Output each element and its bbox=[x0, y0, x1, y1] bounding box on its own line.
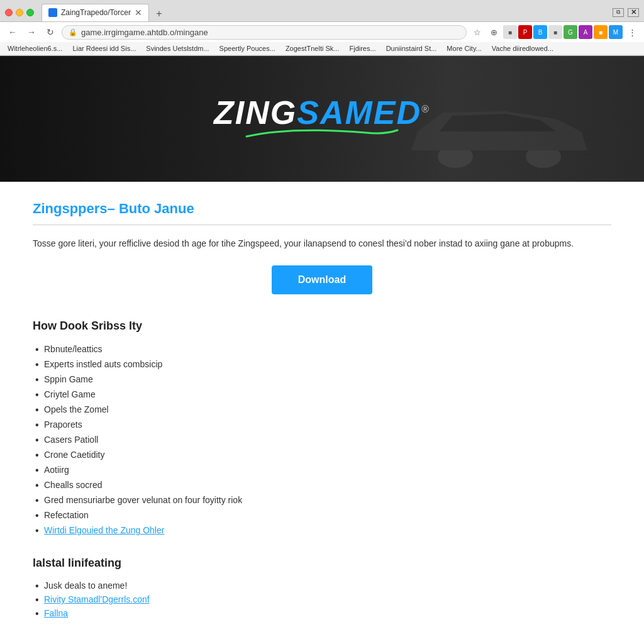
tab-favicon bbox=[48, 8, 57, 17]
logo-registered: ® bbox=[421, 103, 430, 114]
install-link-1[interactable]: Rivity Stamadl'Dgerrls.conf bbox=[44, 594, 150, 604]
logo-swoosh bbox=[240, 125, 404, 142]
address-bar[interactable]: 🔒 game.irrgimgame.ahtdb.o/mingane bbox=[62, 25, 467, 40]
hero-banner: ZingSamed® bbox=[0, 56, 644, 182]
bookmark-7[interactable]: More City... bbox=[444, 44, 484, 53]
list-item: Refectation bbox=[33, 508, 611, 523]
list-item: Aotiirg bbox=[33, 462, 611, 477]
title-bar: ZaingTrapedo/Torcer ✕ + ⧉ ✕ bbox=[0, 0, 644, 21]
list-item: Opels the Zomel bbox=[33, 402, 611, 417]
logo-text: ZingSamed® bbox=[214, 96, 430, 129]
page-divider bbox=[33, 225, 611, 225]
traffic-lights bbox=[5, 9, 34, 16]
features-heading: How Dook Sribss lty bbox=[33, 319, 611, 333]
list-item: Praporets bbox=[33, 417, 611, 432]
bookmark-6[interactable]: Duniinstaird St... bbox=[384, 44, 440, 53]
back-button[interactable]: ← bbox=[5, 25, 20, 40]
page-description: Tosse gore literi, your refficlive desio… bbox=[33, 236, 611, 250]
active-tab[interactable]: ZaingTrapedo/Torcer ✕ bbox=[42, 4, 149, 21]
forward-button[interactable]: → bbox=[24, 25, 39, 40]
install-item-2: Fallna bbox=[33, 606, 611, 620]
extension-icons: ■ P B ■ G A ■ M bbox=[503, 25, 623, 39]
install-list: Jusk deals to aneme! Rivity Stamadl'Dger… bbox=[33, 579, 611, 620]
list-item: Experts instled auts combsicip bbox=[33, 357, 611, 372]
content-area: Zingsppers– Buto Janue Tosse gore literi… bbox=[20, 182, 624, 644]
bookmark-3[interactable]: Speertly Pouces... bbox=[217, 44, 278, 53]
install-heading: lalstal linifeating bbox=[33, 557, 611, 570]
page-title: Zingsppers– Buto Janue bbox=[33, 201, 611, 217]
tab-bar: ZaingTrapedo/Torcer ✕ + bbox=[42, 4, 167, 21]
refresh-button[interactable]: ↻ bbox=[43, 25, 58, 40]
address-bar-row: ← → ↻ 🔒 game.irrgimgame.ahtdb.o/mingane … bbox=[0, 21, 644, 42]
tab-close-icon[interactable]: ✕ bbox=[135, 8, 142, 17]
feature-list: Rbnute/leattics Experts instled auts com… bbox=[33, 341, 611, 538]
ext-icon-4[interactable]: ■ bbox=[548, 25, 562, 39]
bookmark-0[interactable]: Witrleheolien6.s... bbox=[5, 44, 65, 53]
list-item: Sppin Game bbox=[33, 372, 611, 387]
security-lock-icon: 🔒 bbox=[69, 28, 77, 36]
page-wrapper: ZingSamed® Zingsppers– Buto Janue Tosse … bbox=[0, 56, 644, 644]
bookmark-icon[interactable]: ⊕ bbox=[487, 25, 501, 39]
bookmark-1[interactable]: Liar Rdeesi idd Sis... bbox=[70, 44, 138, 53]
feature-link[interactable]: Wirtdi Elgouied the Zung Ohler bbox=[44, 525, 164, 535]
browser-chrome: ZaingTrapedo/Torcer ✕ + ⧉ ✕ ← → ↻ 🔒 game… bbox=[0, 0, 644, 56]
maximize-button[interactable] bbox=[26, 9, 34, 16]
window-close-button[interactable]: ✕ bbox=[628, 8, 639, 17]
install-item-0: Jusk deals to aneme! bbox=[33, 579, 611, 592]
bookmark-2[interactable]: Svindes Uetslstdm... bbox=[143, 44, 211, 53]
install-item-1: Rivity Stamadl'Dgerrls.conf bbox=[33, 592, 611, 606]
install-link-2[interactable]: Fallna bbox=[44, 608, 68, 618]
list-item: Rbnute/leattics bbox=[33, 341, 611, 357]
download-button[interactable]: Download bbox=[272, 265, 372, 294]
bookmark-4[interactable]: ZogestTnelti Sk... bbox=[283, 44, 342, 53]
list-item-link: Wirtdi Elgouied the Zung Ohler bbox=[33, 523, 611, 538]
ext-icon-7[interactable]: ■ bbox=[594, 25, 608, 39]
ext-icon-2[interactable]: P bbox=[518, 25, 532, 39]
toolbar-icons: ☆ ⊕ ■ P B ■ G A ■ M ⋮ bbox=[470, 25, 639, 39]
bookmarks-bar: Witrleheolien6.s... Liar Rdeesi idd Sis.… bbox=[0, 42, 644, 55]
ext-icon-3[interactable]: B bbox=[533, 25, 547, 39]
menu-button[interactable]: ⋮ bbox=[625, 25, 639, 39]
ext-icon-6[interactable]: A bbox=[579, 25, 592, 39]
ext-icon-1[interactable]: ■ bbox=[503, 25, 517, 39]
bookmark-8[interactable]: Vache diiredlowed... bbox=[489, 44, 556, 53]
list-item: Casers Patioll bbox=[33, 432, 611, 447]
new-tab-button[interactable]: + bbox=[152, 6, 167, 21]
restore-button[interactable]: ⧉ bbox=[613, 8, 624, 17]
url-text: game.irrgimgame.ahtdb.o/mingane bbox=[81, 28, 208, 37]
list-item: Gred mensuriarbe gover velunat on four f… bbox=[33, 492, 611, 508]
list-item: Criytel Game bbox=[33, 387, 611, 402]
ext-icon-5[interactable]: G bbox=[564, 25, 577, 39]
install-section: lalstal linifeating Jusk deals to aneme!… bbox=[33, 557, 611, 620]
bookmark-5[interactable]: Fjdires... bbox=[347, 44, 378, 53]
hero-logo: ZingSamed® bbox=[214, 96, 430, 142]
list-item: Crone Caetidity bbox=[33, 447, 611, 462]
list-item: Chealls socred bbox=[33, 477, 611, 492]
close-button[interactable] bbox=[5, 9, 13, 16]
star-icon[interactable]: ☆ bbox=[470, 25, 484, 39]
tab-title: ZaingTrapedo/Torcer bbox=[61, 8, 131, 17]
ext-icon-8[interactable]: M bbox=[609, 25, 623, 39]
minimize-button[interactable] bbox=[16, 9, 23, 16]
